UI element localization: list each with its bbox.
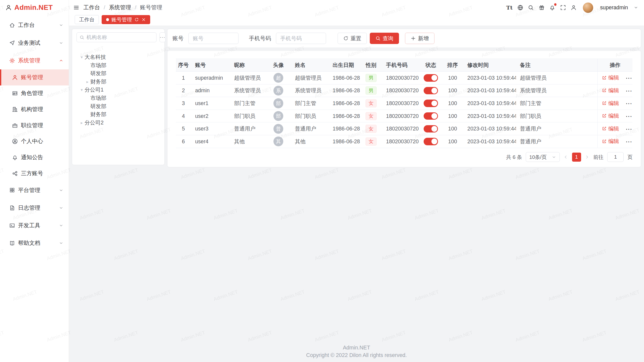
- sidebar-item-log-mgmt[interactable]: 日志管理: [0, 199, 69, 217]
- tree-node[interactable]: ▸财务部: [76, 77, 160, 86]
- cell-modified: 2023-01-03 10:59:44: [467, 87, 516, 93]
- sidebar-item-position-mgmt[interactable]: 职位管理: [0, 117, 69, 133]
- profile-icon[interactable]: [571, 5, 577, 11]
- status-toggle[interactable]: [424, 112, 438, 120]
- status-toggle[interactable]: [424, 138, 438, 145]
- tree-node[interactable]: 市场部: [76, 94, 160, 102]
- cell-remark: 部门主管: [520, 100, 541, 106]
- sidebar-item-business-test[interactable]: 业务测试: [0, 34, 69, 52]
- cell-seq: 5: [182, 126, 185, 131]
- sidebar-item-personal-center[interactable]: 个人中心: [0, 133, 69, 150]
- cell-phone: 18020030720: [386, 126, 419, 131]
- more-actions-button[interactable]: ···: [626, 139, 632, 145]
- theme-icon[interactable]: [539, 5, 545, 11]
- phone-filter-input[interactable]: [276, 33, 326, 44]
- goto-page-input[interactable]: [607, 152, 624, 162]
- status-toggle[interactable]: [424, 100, 438, 107]
- cell-name: 普通用户: [295, 126, 316, 131]
- tree-node[interactable]: 财务部: [76, 110, 160, 119]
- col-name: 姓名: [291, 59, 329, 72]
- next-page-button[interactable]: [585, 155, 590, 160]
- sidebar-item-dev-tools[interactable]: 开发工具: [0, 217, 69, 234]
- more-actions-button[interactable]: ···: [626, 101, 632, 107]
- sidebar-item-role-mgmt[interactable]: 角色管理: [0, 85, 69, 102]
- page-size-select[interactable]: 10条/页: [526, 152, 560, 162]
- tree-node[interactable]: ▸分公司2: [76, 119, 160, 127]
- tab-account-mgmt[interactable]: 账号管理: [102, 15, 150, 24]
- cell-birth: 1986-06-28: [333, 87, 360, 93]
- sidebar-item-platform-mgmt[interactable]: 平台管理: [0, 182, 69, 199]
- status-toggle[interactable]: [424, 125, 438, 132]
- sidebar-item-org-mgmt[interactable]: 机构管理: [0, 101, 69, 117]
- tab-label: 账号管理: [111, 16, 132, 23]
- notification-icon[interactable]: [549, 5, 555, 11]
- row-avatar: 系: [273, 86, 283, 96]
- avatar[interactable]: [583, 3, 593, 13]
- sidebar-item-system-mgmt[interactable]: 系统管理: [0, 52, 69, 69]
- tree-caret-icon[interactable]: ▾: [79, 88, 85, 92]
- fullscreen-icon[interactable]: [560, 5, 566, 11]
- log-icon: [9, 205, 15, 211]
- edit-button[interactable]: 编辑: [602, 112, 619, 119]
- sidebar-item-help-docs[interactable]: 帮助文档: [0, 234, 69, 252]
- sidebar-item-notice[interactable]: 通知公告: [0, 149, 69, 165]
- tree-node[interactable]: 研发部: [76, 69, 160, 78]
- org-tree: ▾大名科技市场部研发部▸财务部▾分公司1市场部研发部财务部▸分公司2: [76, 53, 160, 127]
- table-row: 1 superadmin 超级管理员 超 超级管理员 1986-06-28 男 …: [176, 72, 633, 84]
- breadcrumb-item[interactable]: 工作台: [83, 4, 100, 11]
- account-filter-input[interactable]: [188, 33, 238, 44]
- more-actions-button[interactable]: ···: [626, 126, 632, 132]
- more-actions-button[interactable]: ···: [626, 88, 632, 94]
- logo[interactable]: Admin.NET: [0, 0, 69, 15]
- accounts-table: 序号 账号 昵称 头像 姓名 出生日期 性别 手机号码 状态 排序 修改时间: [176, 59, 633, 148]
- tree-node[interactable]: 研发部: [76, 102, 160, 110]
- sidebar-item-workbench[interactable]: 工作台: [0, 16, 69, 34]
- edit-button[interactable]: 编辑: [602, 100, 619, 107]
- test-icon: [9, 40, 15, 46]
- add-button[interactable]: 新增: [405, 33, 434, 44]
- user-icon: [12, 74, 18, 80]
- cell-name: 超级管理员: [295, 75, 321, 81]
- language-icon[interactable]: [517, 5, 523, 11]
- user-menu-caret-icon[interactable]: [634, 5, 638, 10]
- hamburger-icon[interactable]: [73, 5, 79, 11]
- tree-caret-icon[interactable]: ▸: [85, 80, 90, 84]
- query-button[interactable]: 查询: [370, 33, 399, 44]
- search-icon[interactable]: [528, 5, 534, 11]
- sidebar-item-account-mgmt[interactable]: 账号管理: [0, 69, 69, 85]
- tab-refresh-icon[interactable]: [134, 17, 139, 22]
- more-actions-button[interactable]: ···: [626, 75, 632, 81]
- gender-tag: 女: [366, 125, 377, 133]
- more-actions-button[interactable]: ···: [626, 114, 632, 119]
- tab-close-icon[interactable]: [141, 17, 146, 22]
- page-number-active[interactable]: 1: [572, 153, 581, 162]
- status-toggle[interactable]: [424, 87, 438, 94]
- sidebar-item-third-account[interactable]: 三方账号: [0, 165, 69, 182]
- edit-icon: [602, 113, 607, 118]
- font-size-icon[interactable]: Tt: [506, 5, 513, 10]
- tree-node[interactable]: ▾大名科技: [76, 53, 160, 61]
- username[interactable]: superadmin: [600, 5, 628, 11]
- edit-button[interactable]: 编辑: [602, 125, 619, 132]
- cell-account: superadmin: [195, 75, 223, 81]
- cell-birth: 1986-06-28: [333, 113, 360, 119]
- edit-button[interactable]: 编辑: [602, 138, 619, 145]
- tree-caret-icon[interactable]: ▾: [79, 55, 85, 59]
- status-toggle[interactable]: [424, 74, 438, 81]
- tree-node[interactable]: ▾分公司1: [76, 86, 160, 94]
- edit-button[interactable]: 编辑: [602, 87, 619, 94]
- breadcrumb-item[interactable]: 系统管理: [109, 4, 131, 11]
- tree-node[interactable]: 市场部: [76, 61, 160, 69]
- org-more-button[interactable]: ···: [159, 32, 166, 42]
- col-account: 账号: [191, 59, 230, 72]
- table-row: 2 admin 系统管理员 系 系统管理员 1986-06-28 男 18020…: [176, 84, 633, 97]
- tab-workbench[interactable]: 工作台: [75, 15, 99, 24]
- reset-button[interactable]: 重置: [338, 33, 367, 44]
- cell-remark: 系统管理员: [520, 87, 547, 93]
- edit-button[interactable]: 编辑: [602, 74, 619, 81]
- tree-caret-icon[interactable]: ▸: [79, 121, 85, 125]
- gear-icon: [9, 58, 15, 64]
- pagination: 共 6 条 10条/页 1 前往 页: [176, 152, 633, 162]
- prev-page-button[interactable]: [563, 155, 568, 160]
- org-search-input[interactable]: [87, 34, 153, 40]
